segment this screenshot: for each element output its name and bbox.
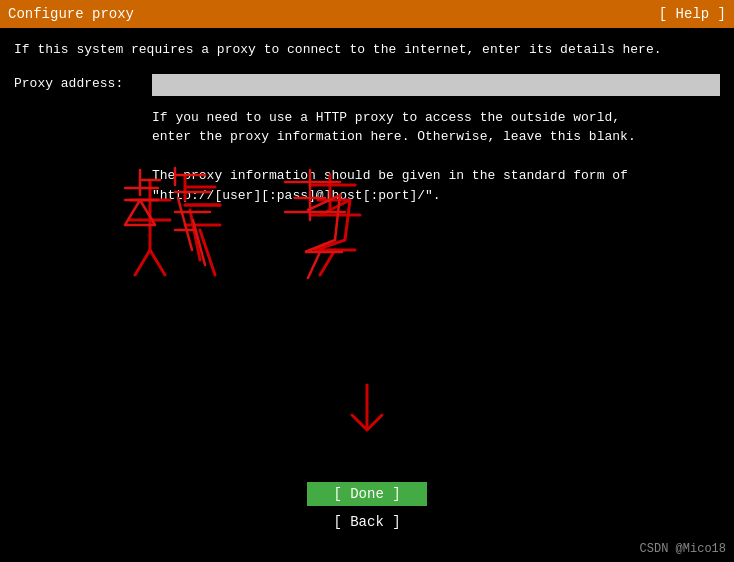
help-button[interactable]: [ Help ] [659, 6, 726, 22]
proxy-address-input[interactable] [152, 74, 720, 96]
content-area: If this system requires a proxy to conne… [0, 28, 734, 227]
watermark: CSDN @Mico18 [640, 542, 726, 556]
proxy-label: Proxy address: [14, 74, 144, 91]
proxy-info-text: If you need to use a HTTP proxy to acces… [152, 108, 720, 206]
proxy-input-area: If you need to use a HTTP proxy to acces… [152, 74, 720, 206]
proxy-row: Proxy address: If you need to use a HTTP… [14, 74, 720, 206]
title-bar: Configure proxy [ Help ] [0, 0, 734, 28]
buttons-area: [ Done ] [ Back ] [307, 482, 427, 534]
arrow-overlay [337, 380, 397, 440]
back-button[interactable]: [ Back ] [307, 510, 427, 534]
description-text: If this system requires a proxy to conne… [14, 40, 720, 60]
done-button[interactable]: [ Done ] [307, 482, 427, 506]
window-title: Configure proxy [8, 6, 134, 22]
